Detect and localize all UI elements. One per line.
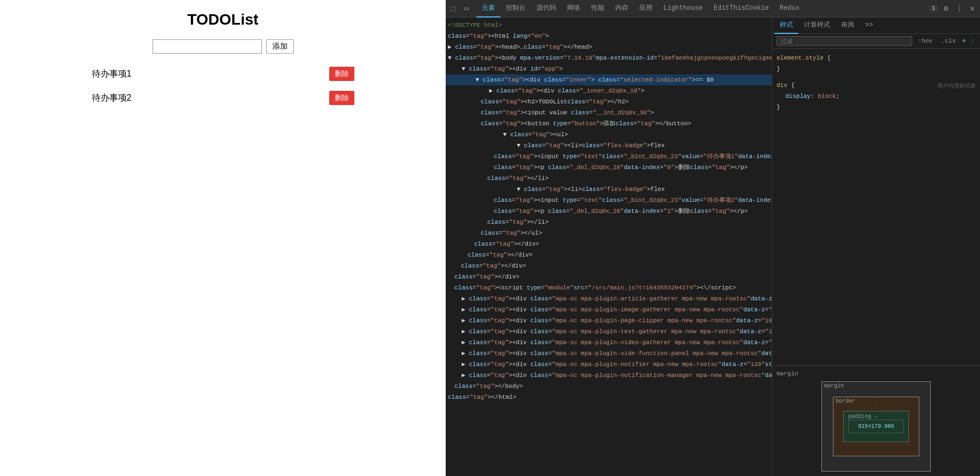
tree-line[interactable]: class="tag"></html>: [446, 392, 772, 403]
devtools-tab-lighthouse[interactable]: Lighthouse: [658, 0, 708, 18]
tree-line[interactable]: ▶ class="tag"><div class="mpa-sc mpa-plu…: [446, 315, 772, 326]
box-padding: padding - 915×179.906 -: [843, 411, 909, 442]
style-tab-计算样式[interactable]: 计算样式: [798, 18, 836, 34]
margin-label: margin: [824, 383, 844, 389]
more-options-button[interactable]: ⋮: [970, 38, 976, 45]
add-button[interactable]: 添加: [266, 39, 294, 54]
devtools-tab-性能[interactable]: 性能: [586, 0, 610, 18]
device-icon[interactable]: ▭: [461, 3, 472, 14]
todo-list: 删除 删除: [92, 67, 354, 115]
tree-line[interactable]: class="tag"><html lang="en">: [446, 31, 772, 42]
tree-line[interactable]: class="tag"><script type="module" src="/…: [446, 282, 772, 293]
tree-line[interactable]: class="tag"></div>: [446, 249, 772, 260]
hov-button[interactable]: :hov: [915, 37, 935, 45]
div-rule-close: }: [777, 102, 976, 112]
tree-line[interactable]: class="tag"><p class="_del_d2q0x_28" dat…: [446, 206, 772, 217]
settings-icon[interactable]: ⚙: [941, 3, 952, 14]
tree-line[interactable]: class="tag"><button type="button">添加clas…: [446, 118, 772, 129]
delete-button[interactable]: 删除: [329, 67, 354, 81]
todo-text-input[interactable]: [92, 93, 256, 103]
tree-line[interactable]: ▶ class="tag"><div class="mpa-sc mpa-plu…: [446, 359, 772, 370]
tree-line[interactable]: class="tag"></div>: [446, 271, 772, 282]
style-tab-样式[interactable]: 样式: [774, 18, 798, 34]
tree-line[interactable]: ▶ class="tag"><div class="mpa-sc mpa-plu…: [446, 370, 772, 381]
box-margin: margin - border - padding -: [821, 381, 931, 472]
tree-line[interactable]: class="tag"><h2>TODOListclass="tag"></h2…: [446, 96, 772, 107]
border-dash: -: [874, 405, 878, 411]
input-row: 添加: [153, 39, 294, 54]
todo-text-input[interactable]: [92, 69, 256, 79]
todo-app-panel: TODOList 添加 删除 删除: [0, 0, 446, 476]
box-model-title: margin: [777, 370, 976, 377]
filter-bar: :hov .cls + ⋮: [772, 34, 980, 49]
padding-label: padding -: [848, 414, 878, 420]
tree-line[interactable]: class="tag"></ul>: [446, 228, 772, 239]
tree-line[interactable]: class="tag"><input value class="__int_d2…: [446, 107, 772, 118]
todo-item: 删除: [92, 67, 354, 81]
tree-line[interactable]: ▼ class="tag"><li>class="flex-badge">fle…: [446, 140, 772, 151]
delete-button[interactable]: 删除: [329, 91, 354, 105]
tree-line[interactable]: ▶ class="tag"><div class="mpa-sc mpa-plu…: [446, 337, 772, 348]
margin-dash-bottom: -: [833, 456, 919, 462]
style-tab->>[interactable]: >>: [860, 18, 878, 34]
box-size: 915×179.906: [858, 423, 894, 429]
tree-line[interactable]: ▶ class="tag"><div class="mpa-sc mpa-plu…: [446, 293, 772, 304]
tree-line[interactable]: ▼ class="tag"><body mpa-version="7.16.19…: [446, 53, 772, 63]
box-border: border - padding - 915×179.906 -: [833, 397, 919, 456]
box-model-section: margin margin - border -: [772, 365, 980, 476]
tree-line[interactable]: class="tag"></body>: [446, 381, 772, 392]
tree-line[interactable]: class="tag"></div>: [446, 260, 772, 271]
element-style-close: }: [777, 64, 976, 74]
toolbar-icons: ⬚ ▭: [448, 3, 472, 14]
devtools-tab-源代码[interactable]: 源代码: [531, 0, 562, 18]
tree-line[interactable]: ▶ class="tag"><div class="mpa-sc mpa-plu…: [446, 348, 772, 359]
filter-input[interactable]: [777, 36, 912, 46]
tree-line[interactable]: ▼ class="tag"><ul>: [446, 129, 772, 140]
error-badge: 1: [929, 5, 938, 12]
html-tree-panel[interactable]: <!DOCTYPE html>class="tag"><html lang="e…: [446, 18, 772, 476]
tree-line[interactable]: class="tag"><input type="text" class="_b…: [446, 195, 772, 206]
tree-line[interactable]: class="tag"></li>: [446, 217, 772, 228]
devtools-tab-元素[interactable]: 元素: [476, 0, 500, 18]
devtools-tab-editthiscookie[interactable]: EditThisCookie: [708, 0, 774, 18]
styles-panel: 样式计算样式布局>> :hov .cls + ⋮ element.style {…: [772, 18, 980, 476]
padding-dash-bottom: -: [848, 433, 904, 439]
tree-line[interactable]: class="tag"></div>: [446, 239, 772, 249]
tree-line[interactable]: ▶ class="tag"><div class="_inner_d2q0x_1…: [446, 85, 772, 96]
devtools-tab-应用[interactable]: 应用: [634, 0, 658, 18]
box-dimensions: 915×179.906: [848, 420, 904, 433]
devtools-tab-网络[interactable]: 网络: [562, 0, 586, 18]
add-rule-button[interactable]: +: [962, 37, 966, 45]
div-rule-header: div { 用户代理样式表: [777, 80, 976, 91]
display-rule: display: block;: [777, 91, 976, 101]
todo-input[interactable]: [153, 39, 262, 54]
devtools-content: <!DOCTYPE html>class="tag"><html lang="e…: [446, 18, 980, 476]
tree-line[interactable]: class="tag"><p class="_del_d2q0x_28" dat…: [446, 162, 772, 173]
devtools-tab-控制台[interactable]: 控制台: [500, 0, 531, 18]
tree-line[interactable]: class="tag"><input type="text" class="_b…: [446, 151, 772, 162]
close-icon[interactable]: ✕: [967, 3, 978, 14]
tree-line[interactable]: ▼ class="tag"><li>class="flex-badge">fle…: [446, 184, 772, 195]
devtools-tabs: 元素控制台源代码网络性能内存应用LighthouseEditThisCookie…: [476, 0, 929, 18]
devtools-panel: ⬚ ▭ 元素控制台源代码网络性能内存应用LighthouseEditThisCo…: [446, 0, 980, 476]
element-style-section: element.style { }: [777, 53, 976, 74]
tree-line[interactable]: <!DOCTYPE html>: [446, 20, 772, 31]
tree-line[interactable]: ▼ class="tag"><div id="app">: [446, 63, 772, 74]
div-rule-section: div { 用户代理样式表 display: block; }: [777, 80, 976, 112]
element-style-header: element.style {: [777, 53, 976, 63]
tree-line[interactable]: class="tag"></li>: [446, 173, 772, 184]
more-icon[interactable]: ⋮: [954, 3, 965, 14]
inspect-icon[interactable]: ⬚: [448, 3, 459, 14]
toolbar-right: 1 ⚙ ⋮ ✕: [929, 3, 978, 14]
tree-line[interactable]: ▶ class="tag"><div class="mpa-sc mpa-plu…: [446, 326, 772, 337]
user-agent-label: 用户代理样式表: [937, 82, 976, 90]
devtools-tab-redux[interactable]: Redux: [774, 0, 805, 18]
devtools-tab-内存[interactable]: 内存: [610, 0, 634, 18]
cls-button[interactable]: .cls: [938, 37, 958, 45]
tree-line[interactable]: ▼ class="tag"><div class="inner"> class=…: [446, 74, 772, 85]
style-content: element.style { } div { 用户代理样式表 display:…: [772, 49, 980, 365]
tree-line[interactable]: ▶ class="tag"><div class="mpa-sc mpa-plu…: [446, 304, 772, 315]
border-label: border: [836, 398, 855, 404]
style-tab-布局[interactable]: 布局: [836, 18, 860, 34]
tree-line[interactable]: ▶ class="tag"><head>…class="tag"></head>: [446, 42, 772, 53]
